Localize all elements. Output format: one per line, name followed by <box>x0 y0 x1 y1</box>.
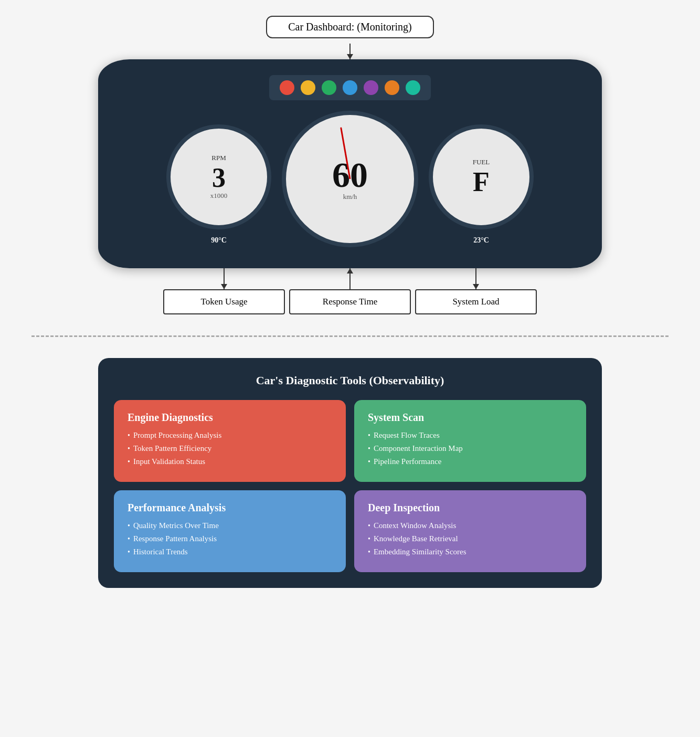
fuel-label: FUEL <box>473 158 490 166</box>
rpm-gauge: RPM 3 x1000 <box>166 124 271 229</box>
rpm-value: 3 <box>212 164 226 192</box>
engine-item-3: • Input Validation Status <box>128 457 332 466</box>
fuel-gauge-wrap: FUEL F 23°C <box>429 124 534 247</box>
fuel-gauge: FUEL F <box>429 124 534 229</box>
bullet-icon: • <box>368 431 370 440</box>
deep-item-3: • Embedding Similarity Scores <box>368 548 572 556</box>
title-arrow <box>349 44 351 59</box>
bullet-icon: • <box>128 458 130 466</box>
bullet-icon: • <box>368 522 370 530</box>
performance-analysis-card: Performance Analysis • Quality Metrics O… <box>114 490 346 572</box>
dot-red <box>280 80 294 95</box>
engine-item-1: • Prompt Processing Analysis <box>128 431 332 440</box>
performance-item-1: • Quality Metrics Over Time <box>128 521 332 530</box>
system-load-label: System Load <box>415 289 537 314</box>
dashboard-title: Car Dashboard: (Monitoring) <box>288 21 412 33</box>
bullet-icon: • <box>128 522 130 530</box>
speed-gauge-wrap: 60 km/h <box>282 111 418 247</box>
response-connector <box>298 268 402 289</box>
left-temp-badge: 90°C <box>203 234 235 247</box>
system-item-3: • Pipeline Performance <box>368 457 572 466</box>
deep-card-title: Deep Inspection <box>368 502 572 514</box>
bullet-icon: • <box>368 535 370 543</box>
bullet-icon: • <box>128 445 130 453</box>
system-item-2: • Component Interaction Map <box>368 444 572 453</box>
sysload-arrow <box>475 268 476 289</box>
dot-teal <box>406 80 420 95</box>
dashboard-title-box: Car Dashboard: (Monitoring) <box>266 16 434 44</box>
performance-item-2: • Response Pattern Analysis <box>128 534 332 543</box>
connector-section <box>161 268 539 289</box>
response-time-label: Response Time <box>289 289 411 314</box>
dashed-divider <box>31 335 669 337</box>
bullet-icon: • <box>368 445 370 453</box>
deep-item-2: • Knowledge Base Retrieval <box>368 534 572 543</box>
sysload-connector <box>423 268 528 289</box>
bullet-icon: • <box>128 535 130 543</box>
token-usage-label: Token Usage <box>163 289 285 314</box>
metric-labels: Token Usage Response Time System Load <box>161 289 539 314</box>
rpm-label: RPM <box>211 154 226 162</box>
dot-orange <box>385 80 399 95</box>
deep-item-1: • Context Window Analysis <box>368 521 572 530</box>
car-dashboard: RPM 3 x1000 90°C 60 km/h FUEL F 23°C <box>98 59 602 268</box>
response-arrow <box>349 268 351 289</box>
engine-card-title: Engine Diagnostics <box>128 412 332 424</box>
engine-item-2: • Token Pattern Efficiency <box>128 444 332 453</box>
engine-diagnostics-card: Engine Diagnostics • Prompt Processing A… <box>114 400 346 482</box>
rpm-gauge-wrap: RPM 3 x1000 90°C <box>166 124 271 247</box>
deep-inspection-card: Deep Inspection • Context Window Analysi… <box>354 490 586 572</box>
performance-card-title: Performance Analysis <box>128 502 332 514</box>
system-scan-card: System Scan • Request Flow Traces • Comp… <box>354 400 586 482</box>
diagnostic-container: Car's Diagnostic Tools (Observability) E… <box>98 358 602 588</box>
token-connector <box>172 268 277 289</box>
rpm-unit: x1000 <box>210 192 228 200</box>
dot-blue <box>343 80 357 95</box>
gauges-row: RPM 3 x1000 90°C 60 km/h FUEL F 23°C <box>166 111 534 247</box>
token-arrow <box>224 268 225 289</box>
bullet-icon: • <box>368 548 370 556</box>
dot-green <box>322 80 336 95</box>
fuel-value: F <box>473 169 490 196</box>
dot-yellow <box>301 80 315 95</box>
speed-gauge: 60 km/h <box>282 111 418 247</box>
system-card-title: System Scan <box>368 412 572 424</box>
bullet-icon: • <box>128 548 130 556</box>
diagnostic-grid: Engine Diagnostics • Prompt Processing A… <box>114 400 586 572</box>
right-temp-badge: 23°C <box>465 234 497 247</box>
dots-bar <box>269 75 431 100</box>
bullet-icon: • <box>368 458 370 466</box>
diagnostic-title: Car's Diagnostic Tools (Observability) <box>114 374 586 387</box>
system-item-1: • Request Flow Traces <box>368 431 572 440</box>
speed-unit: km/h <box>343 193 357 201</box>
bullet-icon: • <box>128 431 130 440</box>
performance-item-3: • Historical Trends <box>128 548 332 556</box>
dot-purple <box>364 80 378 95</box>
